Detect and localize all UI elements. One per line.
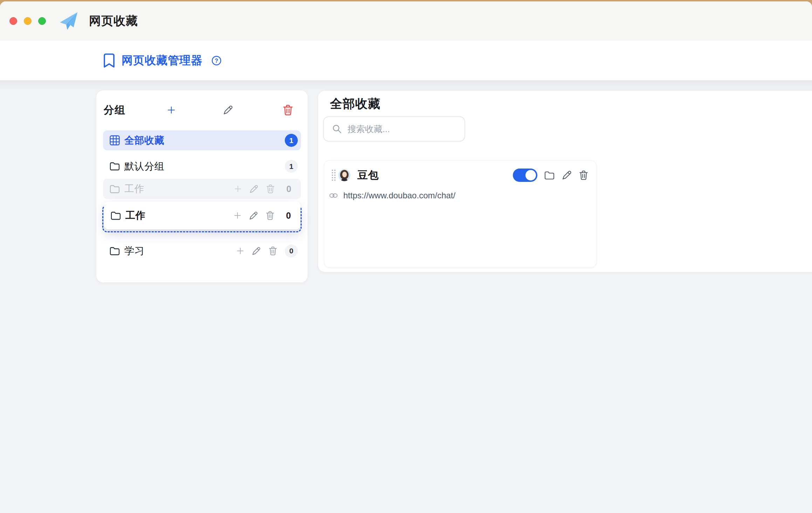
count-badge: 0 (285, 245, 298, 258)
add-bookmark-button[interactable] (234, 185, 242, 193)
bookmark-actions (513, 169, 589, 182)
folder-icon (544, 171, 555, 180)
help-icon[interactable]: ? (212, 56, 221, 66)
sidebar-item-work-ghost[interactable]: 工作 0 (103, 179, 301, 199)
pencil-icon (562, 170, 572, 180)
pencil-icon (223, 105, 233, 115)
paper-plane-icon (59, 12, 78, 30)
count-label: 0 (282, 184, 295, 194)
trash-icon (268, 246, 277, 256)
groups-title: 分组 (104, 103, 125, 117)
sidebar-item-default-group[interactable]: 默认分组 1 (103, 156, 301, 176)
delete-groups-button[interactable] (282, 104, 294, 116)
page-header: 网页收藏管理器 ? (0, 41, 812, 80)
delete-group-button[interactable] (266, 184, 275, 194)
bookmarks-panel: 全部收藏 (318, 91, 812, 272)
row-actions: 0 (234, 184, 295, 194)
folder-icon (109, 161, 120, 172)
page-title: 网页收藏管理器 (122, 53, 202, 68)
link-icon (329, 192, 338, 199)
search-icon (332, 124, 342, 134)
sidebar-item-label: 工作 (124, 182, 144, 196)
trash-icon (579, 170, 589, 180)
edit-group-button[interactable] (252, 246, 261, 256)
row-actions: 0 (234, 211, 295, 221)
sidebar-item-label: 全部收藏 (124, 134, 164, 147)
titlebar: 网页收藏 (0, 1, 812, 41)
sidebar-item-label: 学习 (124, 244, 144, 258)
delete-bookmark-button[interactable] (579, 170, 589, 180)
dragged-group-item[interactable]: 工作 0 (104, 201, 301, 230)
drag-handle-icon[interactable] (331, 169, 336, 182)
trash-icon (266, 211, 275, 220)
edit-groups-button[interactable] (223, 105, 233, 115)
pencil-icon (249, 211, 258, 220)
count-label: 0 (282, 211, 295, 221)
traffic-lights (9, 17, 46, 25)
dragged-item-label: 工作 (125, 209, 145, 222)
groups-panel: 分组 (96, 90, 308, 282)
edit-group-button[interactable] (249, 184, 259, 194)
grid-icon (109, 135, 120, 146)
edit-group-button[interactable] (249, 211, 258, 220)
plus-icon (236, 247, 244, 255)
folder-icon (110, 210, 121, 221)
folder-icon (109, 246, 120, 256)
bookmark-icon (104, 53, 115, 68)
toggle-knob (525, 170, 536, 180)
app-window: 网页收藏 网页收藏管理器 ? 分组 (0, 1, 812, 513)
content-area: 分组 (0, 80, 812, 513)
bookmark-card: 豆包 (324, 160, 597, 268)
groups-panel-header: 分组 (96, 101, 308, 119)
bookmark-url[interactable]: https://www.doubao.com/chat/ (343, 191, 455, 200)
svg-text:?: ? (215, 58, 218, 64)
edit-bookmark-button[interactable] (562, 170, 572, 180)
minimize-window-button[interactable] (24, 17, 32, 25)
pencil-icon (252, 246, 261, 256)
add-bookmark-button[interactable] (236, 247, 244, 255)
plus-icon (234, 185, 242, 193)
search-box (323, 116, 465, 142)
sidebar-item-study[interactable]: 学习 0 (103, 240, 301, 262)
zoom-window-button[interactable] (38, 17, 46, 25)
bookmark-enabled-toggle[interactable] (513, 169, 537, 182)
delete-group-button[interactable] (266, 211, 275, 220)
row-actions: 0 (236, 245, 298, 258)
count-badge: 1 (285, 160, 298, 173)
bookmark-favicon-avatar (338, 169, 350, 181)
window-title: 网页收藏 (89, 13, 138, 29)
delete-group-button[interactable] (268, 246, 277, 256)
move-to-group-button[interactable] (544, 171, 555, 180)
count-badge: 1 (285, 134, 298, 147)
add-bookmark-button[interactable] (234, 212, 241, 219)
sidebar-item-label: 默认分组 (124, 160, 164, 173)
bookmarks-panel-title: 全部收藏 (330, 96, 380, 112)
bookmark-url-row: https://www.doubao.com/chat/ (329, 191, 455, 200)
pencil-icon (249, 184, 259, 194)
add-group-button[interactable] (167, 106, 176, 114)
bookmark-card-header: 豆包 (324, 168, 596, 182)
search-input[interactable] (347, 124, 460, 134)
plus-icon (234, 212, 241, 219)
folder-icon (109, 184, 120, 194)
sidebar-item-all-bookmarks[interactable]: 全部收藏 1 (103, 130, 301, 150)
trash-icon (266, 184, 275, 194)
plus-icon (167, 106, 176, 114)
bookmark-title: 豆包 (357, 168, 379, 183)
close-window-button[interactable] (9, 17, 17, 25)
trash-icon (282, 104, 294, 116)
